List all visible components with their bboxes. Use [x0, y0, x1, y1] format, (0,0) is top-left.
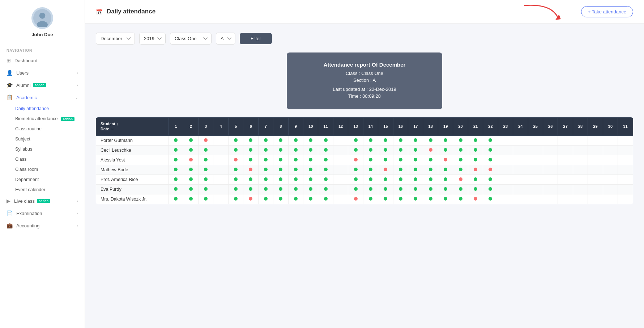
table-row: Eva Purdy	[96, 184, 633, 194]
sidebar-item-accounting[interactable]: 💼 Accounting ›	[0, 219, 85, 232]
filters-bar: December JanuaryFebruaryMarch AprilMayJu…	[96, 33, 633, 45]
attendance-cell-day-11	[318, 145, 333, 155]
absent-dot	[189, 158, 193, 161]
sidebar-item-syllabus[interactable]: Syllabus	[0, 144, 85, 154]
attendance-cell-day-2	[183, 135, 198, 145]
filter-button[interactable]: Filter	[240, 33, 272, 44]
present-dot	[309, 197, 312, 201]
attendance-cell-day-4	[213, 184, 228, 194]
sidebar-item-label: Accounting	[16, 223, 39, 228]
profile-name: John Doe	[31, 32, 53, 37]
attendance-cell-day-30	[603, 135, 618, 145]
attendance-cell-day-24	[513, 145, 528, 155]
attendance-cell-day-4	[213, 165, 228, 174]
present-dot	[384, 177, 387, 181]
sidebar-item-subject[interactable]: Subject	[0, 134, 85, 144]
sidebar-item-live-class[interactable]: ▶ Live class addon ›	[0, 195, 85, 207]
present-dot	[444, 177, 447, 181]
class-select[interactable]: Class One Class TwoClass Three	[170, 33, 212, 45]
sidebar-item-daily-attendance[interactable]: Daily attendance	[0, 104, 85, 114]
sidebar-item-examination[interactable]: 📄 Examination ›	[0, 207, 85, 219]
sidebar-item-class[interactable]: Class	[0, 154, 85, 164]
attendance-cell-day-17	[408, 184, 423, 194]
present-dot	[354, 168, 358, 171]
attendance-cell-day-8	[273, 174, 288, 184]
attendance-cell-day-7	[258, 155, 273, 165]
sidebar-item-alumni[interactable]: 🎓 Alumni addon ›	[0, 79, 85, 91]
attendance-cell-day-11	[318, 155, 333, 165]
col-day-26: 26	[543, 118, 558, 136]
attendance-cell-day-4	[213, 145, 228, 155]
present-dot	[204, 168, 208, 171]
sidebar-item-event-calender[interactable]: Event calender	[0, 185, 85, 195]
attendance-cell-day-21	[468, 184, 483, 194]
attendance-cell-day-12	[333, 155, 348, 165]
present-dot	[264, 158, 268, 161]
present-dot	[459, 187, 462, 191]
present-dot	[369, 197, 372, 201]
attendance-cell-day-30	[603, 145, 618, 155]
present-dot	[384, 138, 387, 142]
present-dot	[444, 138, 447, 142]
attendance-cell-day-13	[348, 145, 363, 155]
present-dot	[189, 197, 193, 201]
present-dot	[309, 168, 312, 171]
present-dot	[429, 158, 432, 161]
present-dot	[414, 168, 417, 171]
absent-dot	[354, 197, 358, 201]
sidebar-item-biometric-attendance[interactable]: Biometric attendance addon	[0, 114, 85, 124]
attendance-cell-day-9	[288, 155, 303, 165]
section-select[interactable]: A BC	[216, 33, 235, 45]
attendance-cell-day-16	[393, 184, 408, 194]
attendance-cell-day-26	[543, 155, 558, 165]
present-dot	[234, 177, 238, 181]
attendance-cell-day-3	[198, 155, 213, 165]
attendance-cell-day-11	[318, 184, 333, 194]
sidebar-item-class-routine[interactable]: Class routine	[0, 124, 85, 134]
col-day-31: 31	[618, 118, 633, 136]
attendance-cell-day-22	[483, 165, 498, 174]
sidebar-item-department[interactable]: Department	[0, 174, 85, 185]
attendance-cell-day-9	[288, 165, 303, 174]
page-title: Daily attendance	[107, 8, 155, 15]
sidebar-item-academic[interactable]: 📋 Academic ⌄	[0, 91, 85, 104]
present-dot	[399, 168, 402, 171]
attendance-cell-day-27	[558, 135, 573, 145]
col-day-21: 21	[468, 118, 483, 136]
attendance-cell-day-28	[573, 194, 588, 204]
present-dot	[354, 187, 358, 191]
sidebar-item-users[interactable]: 👤 Users ›	[0, 67, 85, 79]
attendance-cell-day-21	[468, 174, 483, 184]
attendance-cell-day-29	[588, 174, 603, 184]
present-dot	[429, 177, 432, 181]
attendance-cell-day-19	[438, 155, 453, 165]
month-select[interactable]: December JanuaryFebruaryMarch AprilMayJu…	[96, 33, 135, 45]
attendance-cell-day-15	[378, 184, 393, 194]
present-dot	[174, 138, 178, 142]
take-attendance-button[interactable]: + Take attendance	[581, 6, 633, 17]
col-day-6: 6	[243, 118, 258, 136]
attendance-cell-day-10	[303, 135, 318, 145]
present-dot	[474, 177, 477, 181]
col-day-24: 24	[513, 118, 528, 136]
attendance-cell-day-10	[303, 184, 318, 194]
sidebar-item-dashboard[interactable]: ⊞ Dashboard	[0, 54, 85, 67]
attendance-cell-day-16	[393, 174, 408, 184]
attendance-cell-day-15	[378, 145, 393, 155]
attendance-cell-day-20	[453, 184, 468, 194]
attendance-cell-day-5	[228, 174, 243, 184]
present-dot	[414, 187, 417, 191]
attendance-cell-day-9	[288, 174, 303, 184]
present-dot	[249, 187, 252, 191]
absent-dot	[489, 168, 492, 171]
sidebar-item-classroom[interactable]: Class room	[0, 164, 85, 174]
attendance-cell-day-17	[408, 194, 423, 204]
attendance-cell-day-26	[543, 184, 558, 194]
present-dot	[489, 197, 492, 201]
attendance-cell-day-24	[513, 155, 528, 165]
attendance-cell-day-21	[468, 145, 483, 155]
attendance-cell-day-6	[243, 145, 258, 155]
present-dot	[264, 148, 268, 152]
present-dot	[174, 197, 178, 201]
year-select[interactable]: 2019 201820202017	[139, 33, 166, 45]
